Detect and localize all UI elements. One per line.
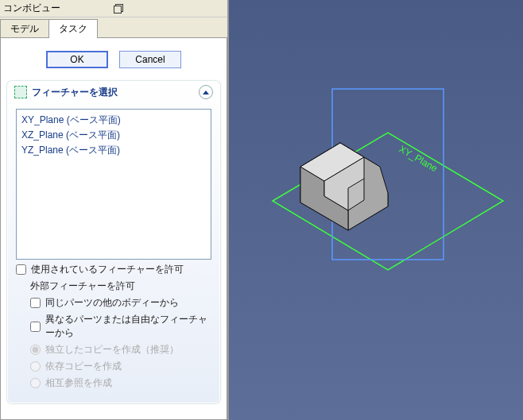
radio-dependent-label: 依存コピーを作成 [45, 360, 122, 373]
allow-external-label: 外部フィーチャーを許可 [30, 279, 211, 293]
radio-dependent: 依存コピーを作成 [30, 360, 211, 373]
from-different-parts-input[interactable] [30, 322, 41, 332]
radio-crossref-label: 相互参照を作成 [45, 376, 112, 390]
list-item[interactable]: XZ_Plane (ベース平面) [20, 128, 207, 143]
dialog-buttons: OK Cancel [6, 43, 222, 79]
select-feature-group: フィーチャーを選択 XY_Plane (ベース平面) XZ_Plane (ベース… [7, 81, 220, 403]
panel-titlebar[interactable]: コンボビュー [0, 0, 227, 17]
allow-used-input[interactable] [16, 264, 26, 275]
list-item[interactable]: XY_Plane (ベース平面) [20, 113, 207, 128]
task-header[interactable]: フィーチャーを選択 [8, 82, 219, 102]
from-other-bodies-checkbox[interactable]: 同じパーツの他のボディーから [30, 296, 211, 310]
collapse-button[interactable] [199, 85, 213, 99]
ok-button[interactable]: OK [46, 51, 108, 68]
from-different-parts-label: 異なるパーツまたは自由なフィーチャーから [45, 313, 211, 340]
radio-crossref-input [30, 378, 41, 388]
allow-used-label: 使用されているフィーチャーを許可 [31, 263, 184, 276]
feature-listbox[interactable]: XY_Plane (ベース平面) XZ_Plane (ベース平面) YZ_Pla… [16, 109, 211, 260]
cancel-button[interactable]: Cancel [119, 51, 181, 68]
list-item[interactable]: YZ_Plane (ベース平面) [20, 143, 207, 158]
from-other-bodies-label: 同じパーツの他のボディーから [45, 296, 179, 310]
radio-independent-input [30, 345, 41, 355]
radio-crossref: 相互参照を作成 [30, 376, 211, 390]
select-feature-icon [14, 86, 27, 98]
from-other-bodies-input[interactable] [30, 298, 41, 308]
chevron-up-icon [203, 91, 209, 94]
panel-tabs: モデル タスク [0, 17, 227, 38]
tab-model[interactable]: モデル [0, 19, 49, 38]
radio-independent: 独立したコピーを作成（推奨） [30, 343, 211, 356]
combo-view-panel: コンボビュー モデル タスク OK Cancel フィーチャーを選択 XY_Pl… [0, 0, 229, 420]
allow-used-checkbox[interactable]: 使用されているフィーチャーを許可 [16, 263, 211, 276]
tab-content: OK Cancel フィーチャーを選択 XY_Plane (ベース平面) XZ_… [0, 37, 227, 420]
model-solid [300, 143, 388, 230]
task-body: XY_Plane (ベース平面) XZ_Plane (ベース平面) YZ_Pla… [8, 102, 219, 403]
task-header-label: フィーチャーを選択 [32, 86, 118, 99]
radio-dependent-input [30, 361, 41, 372]
radio-independent-label: 独立したコピーを作成（推奨） [45, 343, 179, 356]
undock-icon[interactable] [114, 4, 224, 13]
3d-viewport[interactable]: XY_Plane [229, 0, 523, 420]
tab-task[interactable]: タスク [48, 19, 98, 38]
from-different-parts-checkbox[interactable]: 異なるパーツまたは自由なフィーチャーから [30, 313, 211, 340]
panel-title: コンボビュー [3, 2, 114, 15]
viewport-scene: XY_Plane [229, 0, 523, 420]
